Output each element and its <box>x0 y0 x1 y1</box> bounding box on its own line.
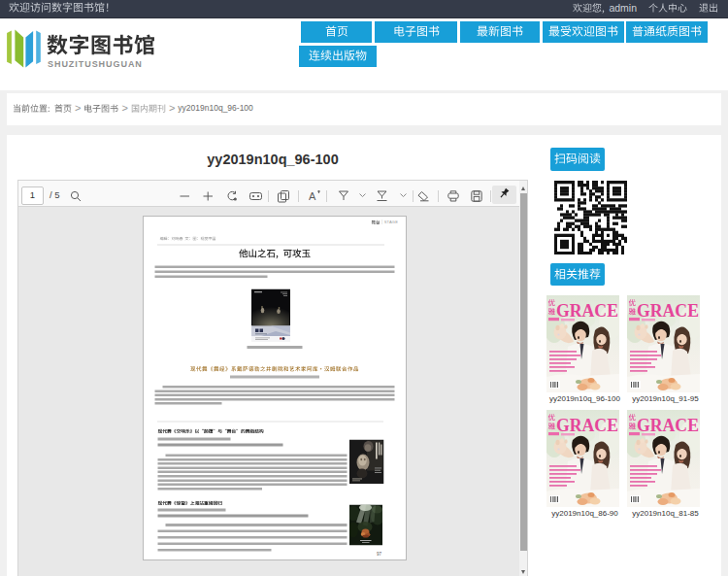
svg-text:GRACE: GRACE <box>556 301 618 321</box>
svg-text:A: A <box>309 190 316 202</box>
svg-text:GRACE: GRACE <box>556 416 618 435</box>
svg-text:GRACE: GRACE <box>637 301 699 321</box>
svg-text:GRACE: GRACE <box>637 416 699 435</box>
